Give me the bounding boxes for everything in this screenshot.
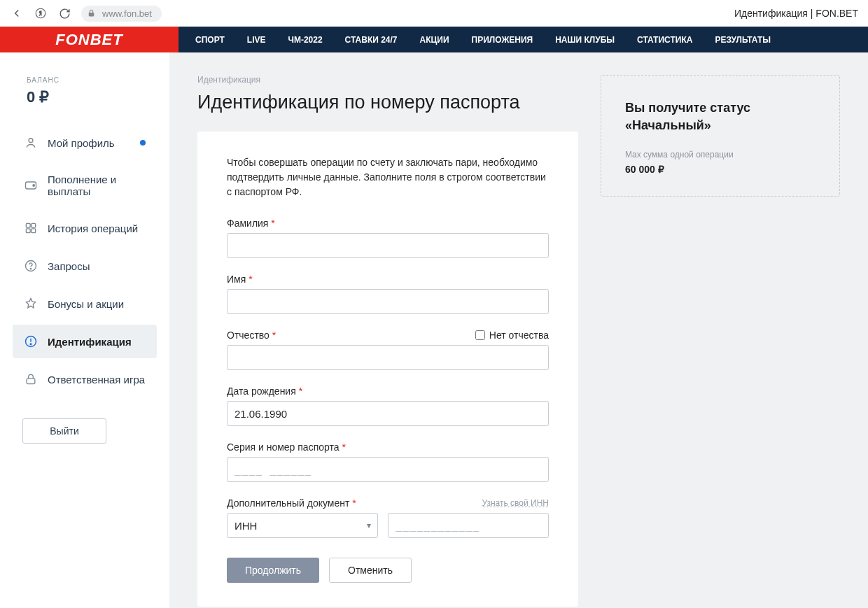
sidebar-item-deposit[interactable]: Пополнение и выплаты: [13, 164, 157, 207]
passport-label: Серия и номер паспорта *: [227, 441, 346, 453]
firstname-label: Имя *: [227, 274, 253, 285]
svg-point-10: [30, 269, 31, 269]
sidebar-item-label: Запросы: [48, 260, 90, 272]
status-caption: Max сумма одной операции: [625, 150, 816, 160]
sidebar: БАЛАНС 0 ₽ Мой профиль Пополнение и выпл…: [0, 52, 169, 608]
status-amount: 60 000 ₽: [625, 164, 816, 175]
logout-button[interactable]: Выйти: [22, 418, 106, 444]
svg-rect-1: [89, 13, 94, 16]
balance-label: БАЛАНС: [27, 76, 157, 84]
page-heading: Идентификация по номеру паспорта: [197, 92, 578, 113]
nav-item[interactable]: СТАТИСТИКА: [637, 35, 692, 45]
svg-rect-13: [27, 379, 35, 384]
passport-input[interactable]: [227, 457, 549, 482]
nav-item[interactable]: ЧМ-2022: [288, 35, 322, 45]
nav-item[interactable]: ПРИЛОЖЕНИЯ: [472, 35, 533, 45]
status-box: Вы получите статус «Начальный» Max сумма…: [601, 75, 840, 197]
balance-value: 0 ₽: [27, 88, 157, 106]
form-intro: Чтобы совершать операции по счету и закл…: [227, 155, 549, 199]
nav-item[interactable]: АКЦИИ: [420, 35, 449, 45]
no-patronymic-input[interactable]: [475, 330, 485, 340]
svg-rect-5: [26, 223, 30, 227]
wallet-icon: [24, 178, 38, 192]
svg-rect-8: [31, 229, 36, 233]
svg-rect-6: [31, 223, 36, 227]
user-icon: [24, 136, 38, 150]
svg-point-4: [33, 185, 35, 187]
history-icon: [24, 221, 38, 235]
lastname-input[interactable]: [227, 233, 549, 258]
svg-point-12: [30, 344, 31, 345]
nav-item[interactable]: НАШИ КЛУБЫ: [555, 35, 615, 45]
nav-item[interactable]: РЕЗУЛЬТАТЫ: [715, 35, 771, 45]
browser-bar: www.fon.bet Идентификация | FON.BET: [0, 0, 868, 27]
patronymic-label: Отчество *: [227, 330, 276, 341]
adddoc-number-input[interactable]: [388, 513, 549, 538]
continue-button[interactable]: Продолжить: [227, 558, 319, 583]
know-inn-link[interactable]: Узнать свой ИНН: [482, 498, 549, 508]
url-bar[interactable]: www.fon.bet: [81, 6, 162, 22]
sidebar-item-label: Ответственная игра: [48, 374, 145, 386]
firstname-input[interactable]: [227, 289, 549, 314]
svg-point-2: [29, 139, 33, 143]
dob-input[interactable]: [227, 401, 549, 426]
question-icon: [24, 259, 38, 273]
star-icon: [24, 297, 38, 311]
lastname-label: Фамилия *: [227, 218, 275, 229]
sidebar-item-label: Пополнение и выплаты: [48, 174, 146, 197]
sidebar-item-requests[interactable]: Запросы: [13, 249, 157, 283]
sidebar-item-history[interactable]: История операций: [13, 211, 157, 245]
sidebar-item-responsible[interactable]: Ответственная игра: [13, 362, 157, 396]
sidebar-item-identification[interactable]: Идентификация: [13, 325, 157, 358]
url-text: www.fon.bet: [102, 8, 152, 19]
nav-item[interactable]: LIVE: [247, 35, 266, 45]
lock-icon: [87, 8, 97, 18]
reload-icon[interactable]: [57, 6, 71, 20]
sidebar-item-label: История операций: [48, 222, 138, 234]
cancel-button[interactable]: Отменить: [329, 558, 412, 583]
alert-circle-icon: [24, 334, 38, 348]
logo[interactable]: FONBET: [0, 27, 178, 52]
back-icon[interactable]: [10, 6, 24, 20]
status-title: Вы получите статус «Начальный»: [625, 99, 816, 134]
adddoc-label: Дополнительный документ *: [227, 497, 356, 509]
sidebar-item-label: Бонусы и акции: [48, 298, 124, 310]
no-patronymic-label: Нет отчества: [489, 330, 549, 341]
nav-items: СПОРТ LIVE ЧМ-2022 СТАВКИ 24/7 АКЦИИ ПРИ…: [178, 27, 788, 52]
yandex-icon[interactable]: [34, 6, 48, 20]
identification-form: Чтобы совершать операции по счету и закл…: [197, 132, 578, 607]
sidebar-item-bonuses[interactable]: Бонусы и акции: [13, 287, 157, 320]
main-content: Идентификация Идентификация по номеру па…: [169, 52, 868, 608]
sidebar-item-label: Мой профиль: [48, 137, 115, 149]
top-nav: FONBET СПОРТ LIVE ЧМ-2022 СТАВКИ 24/7 АК…: [0, 27, 868, 52]
lock-icon: [24, 372, 38, 386]
breadcrumb: Идентификация: [197, 75, 578, 85]
dob-label: Дата рождения *: [227, 386, 302, 397]
patronymic-input[interactable]: [227, 345, 549, 370]
nav-item[interactable]: СТАВКИ 24/7: [345, 35, 398, 45]
sidebar-item-profile[interactable]: Мой профиль: [13, 126, 157, 160]
svg-rect-7: [26, 229, 30, 233]
browser-page-title: Идентификация | FON.BET: [734, 8, 858, 19]
notification-dot-icon: [140, 140, 146, 146]
nav-item[interactable]: СПОРТ: [195, 35, 225, 45]
no-patronymic-checkbox[interactable]: Нет отчества: [475, 330, 549, 341]
adddoc-select[interactable]: ИНН: [227, 513, 378, 538]
sidebar-item-label: Идентификация: [48, 336, 132, 348]
